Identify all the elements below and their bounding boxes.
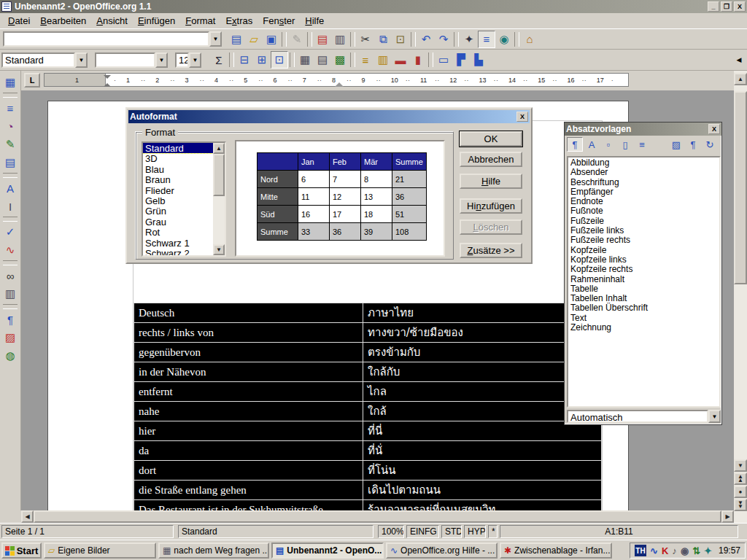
- volume-icon[interactable]: ♪: [672, 545, 677, 556]
- style-combobox[interactable]: Standard ▼: [1, 52, 88, 68]
- style-item[interactable]: Fußnote: [568, 206, 719, 215]
- format-item[interactable]: Grün: [143, 206, 213, 216]
- german-cell[interactable]: in der Nähevon: [134, 362, 363, 382]
- format-item[interactable]: Flieder: [143, 185, 213, 195]
- menu-einfgen[interactable]: Einfügen: [133, 13, 180, 28]
- autoformat-button[interactable]: ▛: [452, 51, 470, 69]
- menu-hilfe[interactable]: Hilfe: [300, 13, 329, 28]
- style-item[interactable]: Beschriftung: [568, 177, 719, 187]
- insert-button[interactable]: ▦: [1, 74, 19, 91]
- stylist-button[interactable]: ≡: [478, 31, 495, 48]
- copy-button[interactable]: ⧉: [374, 31, 392, 48]
- taskbar-button[interactable]: ▦nach dem Weg fragen ...: [158, 542, 269, 559]
- insert-object-button[interactable]: ◔: [1, 117, 19, 135]
- page-styles-button[interactable]: ▯: [617, 137, 633, 152]
- gallery-button[interactable]: ⌂: [521, 31, 538, 48]
- restore-button[interactable]: ❐: [721, 1, 732, 12]
- document-table[interactable]: Deutschภาษาไทยrechts / links vonทางขวา/ซ…: [133, 303, 602, 510]
- fontsize-dropdown-icon[interactable]: ▼: [189, 52, 201, 68]
- delete-row-button[interactable]: ▬: [392, 51, 409, 69]
- thai-cell[interactable]: เดินไปตามถนน: [363, 481, 602, 500]
- online-layout-button[interactable]: ◍: [1, 347, 19, 365]
- fontsize-value[interactable]: 12: [175, 52, 189, 68]
- graphics-on-off-button[interactable]: ▨: [1, 329, 19, 346]
- insert-fields-button[interactable]: ≡: [1, 99, 19, 117]
- german-cell[interactable]: gegenübervon: [134, 343, 363, 362]
- hyperlink-dialog-button[interactable]: ◉: [495, 31, 513, 48]
- list-scroll-up-icon[interactable]: ▲: [213, 143, 225, 154]
- hscroll-thumb[interactable]: [34, 510, 721, 523]
- irfanview-tray-icon[interactable]: K: [662, 545, 668, 556]
- format-listbox[interactable]: Standard3DBlauBraunFliederGelbGrünGrauRo…: [142, 141, 226, 257]
- save-button[interactable]: ▣: [263, 31, 280, 48]
- background-color-button[interactable]: ▩: [331, 51, 349, 69]
- menu-extras[interactable]: Extras: [220, 13, 258, 28]
- stylist-close-button[interactable]: X: [708, 124, 720, 134]
- find-replace-button[interactable]: ∞: [1, 267, 19, 284]
- line-style-button[interactable]: ▤: [314, 51, 331, 69]
- style-item[interactable]: Empfänger: [568, 187, 719, 196]
- next-page-icon[interactable]: ▼▼: [734, 499, 747, 511]
- style-item[interactable]: Tabellen Überschrift: [568, 303, 719, 312]
- thai-cell[interactable]: ที่โน่น: [363, 461, 602, 481]
- direct-cursor-button[interactable]: I: [1, 198, 19, 215]
- undo-button[interactable]: ↶: [417, 31, 435, 48]
- format-item[interactable]: Schwarz 1: [143, 238, 213, 248]
- display-settings-icon[interactable]: ◉: [681, 545, 689, 556]
- print-button[interactable]: ▥: [331, 31, 349, 48]
- menu-format[interactable]: Format: [180, 13, 220, 28]
- thai-cell[interactable]: ที่นั่: [363, 441, 602, 461]
- style-item[interactable]: Fußzeile rechts: [568, 235, 719, 244]
- navigation-dot-icon[interactable]: ●: [734, 486, 747, 498]
- vertical-scrollbar[interactable]: ▲ ▼ ▲▲ ● ▼▼: [734, 71, 747, 523]
- fill-format-mode-button[interactable]: ▨: [668, 137, 684, 152]
- font-combobox[interactable]: ▼: [95, 52, 168, 68]
- style-filter-combobox[interactable]: Automatisch ▼: [567, 410, 721, 423]
- draw-functions-button[interactable]: ✎: [1, 136, 19, 153]
- thai-cell[interactable]: ร้านอาหารอยู่ที่ถนนสุขุมวิท: [363, 500, 602, 511]
- format-item[interactable]: Braun: [143, 174, 213, 184]
- update-style-button[interactable]: ↻: [702, 137, 718, 152]
- taskbar-button[interactable]: ✱Zwischenablage - Irfan...: [500, 542, 612, 559]
- style-item[interactable]: Rahmeninhalt: [568, 274, 719, 284]
- fontsize-combobox[interactable]: 12 ▼: [175, 52, 201, 68]
- paste-button[interactable]: ⊡: [392, 31, 409, 48]
- format-item[interactable]: Gelb: [143, 195, 213, 206]
- auto-spellcheck-button[interactable]: ∿: [1, 241, 19, 259]
- add-button[interactable]: Hinzufügen: [460, 198, 522, 214]
- optimize-width-button[interactable]: ⊡: [271, 51, 288, 69]
- language-indicator[interactable]: TH: [635, 545, 646, 556]
- list-scroll-down-icon[interactable]: ▼: [213, 244, 225, 255]
- data-sources-button[interactable]: ▥: [1, 285, 19, 303]
- help-button[interactable]: Hilfe: [460, 174, 522, 189]
- status-page-style[interactable]: Standard: [178, 525, 374, 538]
- format-item[interactable]: Blau: [143, 164, 213, 174]
- more-button[interactable]: Zusätze >>: [460, 243, 522, 258]
- scroll-right-icon[interactable]: ▶: [721, 510, 734, 523]
- form-functions-button[interactable]: ▤: [1, 154, 19, 171]
- style-item[interactable]: Abbildung: [568, 158, 719, 167]
- scroll-down-icon[interactable]: ▼: [734, 459, 747, 472]
- character-styles-button[interactable]: A: [584, 137, 600, 152]
- insert-frame-button[interactable]: ▭: [435, 51, 452, 69]
- split-table-button[interactable]: ▙: [470, 51, 487, 69]
- insert-column-button[interactable]: ▥: [374, 51, 392, 69]
- menu-bearbeiten[interactable]: Bearbeiten: [35, 13, 91, 28]
- previous-page-icon[interactable]: ▲▲: [734, 472, 747, 485]
- style-item[interactable]: Absender: [568, 167, 719, 176]
- format-item[interactable]: Grau: [143, 217, 213, 227]
- style-item[interactable]: Zeichnung: [568, 322, 719, 332]
- german-cell[interactable]: rechts / links von: [134, 323, 363, 343]
- style-value[interactable]: Standard: [1, 52, 75, 68]
- quickstarter-icon[interactable]: ∿: [650, 545, 658, 556]
- style-item[interactable]: Text: [568, 313, 719, 322]
- list-scroll-thumb[interactable]: [213, 154, 225, 196]
- horizontal-ruler[interactable]: 11··2··3··4··5··6··7··8··9··10··11··12··…: [44, 73, 629, 87]
- borders-button[interactable]: ▦: [296, 51, 314, 69]
- german-cell[interactable]: Deutsch: [134, 303, 363, 323]
- tab-type-selector[interactable]: L: [24, 73, 40, 88]
- format-list-scrollbar[interactable]: ▲ ▼: [213, 143, 225, 255]
- font-value[interactable]: [95, 52, 155, 68]
- export-pdf-button[interactable]: ▤: [314, 31, 331, 48]
- format-item[interactable]: 3D: [143, 153, 213, 163]
